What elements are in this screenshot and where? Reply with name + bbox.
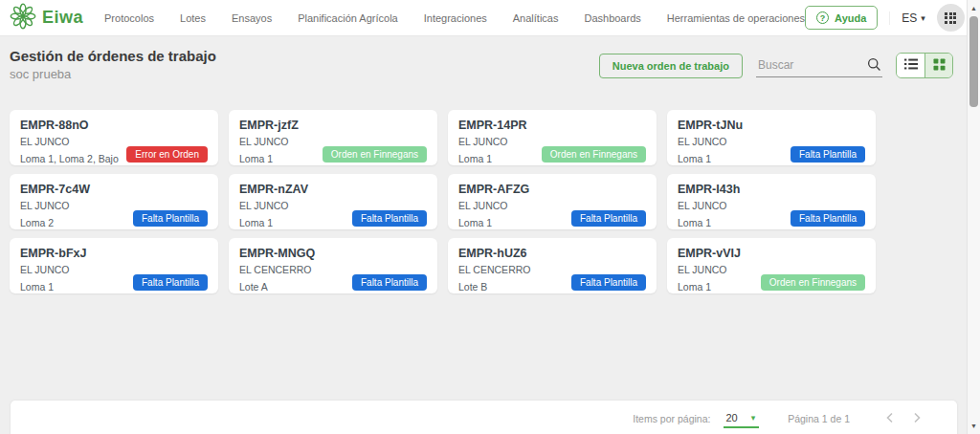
new-work-order-button[interactable]: Nueva orden de trabajo — [599, 54, 743, 78]
work-orders-grid: EMPR-88nO EL JUNCO Loma 1, Loma 2, Bajo … — [10, 110, 876, 293]
lot-names: Loma 1 — [20, 281, 54, 293]
vertical-scrollbar[interactable]: ▲ ▼ — [967, 0, 980, 434]
order-id: EMPR-bFxJ — [20, 247, 208, 260]
language-selector[interactable]: ES ▾ — [889, 11, 925, 25]
work-order-card[interactable]: EMPR-14PR EL JUNCO Loma 1 Orden en Finne… — [448, 110, 657, 165]
status-badge: Falta Plantilla — [133, 210, 208, 227]
search-input[interactable] — [756, 54, 882, 77]
help-button[interactable]: ? Ayuda — [805, 6, 878, 30]
nav-item-herramientas-operaciones[interactable]: Herramientas de operaciones — [667, 12, 805, 24]
language-code: ES — [902, 11, 917, 25]
work-order-card[interactable]: EMPR-hUZ6 EL CENCERRO Lote B Falta Plant… — [448, 238, 657, 293]
lot-names: Lote B — [458, 281, 487, 293]
top-navbar: Eiwa Protocolos Lotes Ensayos Planificac… — [0, 0, 967, 36]
order-id: EMPR-jzfZ — [239, 119, 427, 132]
status-badge: Falta Plantilla — [571, 210, 646, 227]
lot-names: Loma 1 — [458, 217, 492, 228]
help-label: Ayuda — [835, 12, 866, 24]
grid-view-icon — [932, 57, 947, 75]
work-order-card[interactable]: EMPR-vVIJ EL JUNCO Loma 1 Orden en Finne… — [667, 238, 876, 293]
scrollbar-up-icon[interactable]: ▲ — [968, 5, 980, 11]
status-badge: Falta Plantilla — [352, 210, 427, 227]
status-badge: Orden en Finnegans — [323, 146, 427, 163]
grid-view-button[interactable] — [924, 54, 952, 77]
eiwa-flower-icon — [10, 3, 36, 33]
lot-names: Loma 1, Loma 2, Bajo — [20, 153, 119, 164]
order-id: EMPR-MNGQ — [239, 247, 427, 260]
question-icon: ? — [816, 11, 829, 24]
lot-names: Loma 1 — [678, 217, 711, 228]
items-per-page-label: Items por página: — [633, 413, 710, 424]
work-order-card[interactable]: EMPR-nZAV EL JUNCO Loma 1 Falta Plantill… — [229, 174, 437, 229]
items-per-page-value: 20 — [725, 412, 737, 423]
lot-names: Lote A — [239, 281, 268, 293]
order-id: EMPR-7c4W — [20, 183, 208, 196]
lot-names: Loma 2 — [20, 217, 54, 228]
order-id: EMPR-AFZG — [458, 183, 646, 196]
brand-name: Eiwa — [42, 8, 83, 28]
nav-item-analiticas[interactable]: Analíticas — [513, 12, 559, 24]
page-header: Gestión de órdenes de trabajo soc prueba — [10, 48, 216, 81]
order-id: EMPR-vVIJ — [678, 247, 865, 260]
lot-names: Loma 1 — [239, 153, 273, 164]
brand-logo[interactable]: Eiwa — [10, 3, 83, 33]
status-badge: Falta Plantilla — [791, 146, 865, 163]
order-id: EMPR-tJNu — [678, 119, 865, 132]
work-order-card[interactable]: EMPR-tJNu EL JUNCO Loma 1 Falta Plantill… — [667, 110, 876, 165]
search-icon[interactable] — [866, 56, 882, 76]
page-title: Gestión de órdenes de trabajo — [10, 48, 216, 64]
nav-item-ensayos[interactable]: Ensayos — [232, 12, 272, 24]
items-per-page-select[interactable]: 20 ▾ — [724, 410, 759, 428]
apps-grid-icon — [945, 12, 956, 24]
status-badge: Orden en Finnegans — [761, 274, 865, 291]
work-order-card[interactable]: EMPR-MNGQ EL CENCERRO Lote A Falta Plant… — [229, 238, 437, 293]
order-id: EMPR-88nO — [20, 119, 208, 132]
work-order-card[interactable]: EMPR-7c4W EL JUNCO Loma 2 Falta Plantill… — [10, 174, 218, 229]
page-info: Página 1 de 1 — [788, 413, 850, 424]
search-box — [756, 54, 882, 77]
previous-page-button[interactable] — [877, 411, 903, 427]
scrollbar-down-icon[interactable]: ▼ — [968, 423, 980, 429]
status-badge: Orden en Finnegans — [542, 146, 646, 163]
status-badge: Falta Plantilla — [571, 274, 646, 291]
work-order-card[interactable]: EMPR-I43h EL JUNCO Loma 1 Falta Plantill… — [667, 174, 876, 229]
lot-names: Loma 1 — [678, 281, 711, 293]
view-toggle — [896, 53, 953, 78]
work-order-card[interactable]: EMPR-AFZG EL JUNCO Loma 1 Falta Plantill… — [448, 174, 657, 229]
work-order-card[interactable]: EMPR-88nO EL JUNCO Loma 1, Loma 2, Bajo … — [10, 110, 218, 165]
nav-item-dashboards[interactable]: Dashboards — [584, 12, 640, 24]
lot-names: Loma 1 — [239, 217, 273, 228]
order-id: EMPR-I43h — [678, 183, 865, 196]
nav-item-integraciones[interactable]: Integraciones — [424, 12, 487, 24]
order-id: EMPR-nZAV — [239, 183, 427, 196]
nav-item-lotes[interactable]: Lotes — [180, 12, 206, 24]
lot-names: Loma 1 — [678, 153, 711, 164]
list-view-button[interactable] — [897, 54, 924, 77]
next-page-button[interactable] — [903, 411, 930, 427]
list-view-icon — [903, 57, 919, 74]
lot-names: Loma 1 — [458, 153, 492, 164]
scrollbar-thumb[interactable] — [969, 16, 978, 107]
status-badge: Falta Plantilla — [352, 274, 427, 291]
nav-item-protocolos[interactable]: Protocolos — [104, 12, 154, 24]
apps-menu-button[interactable] — [937, 4, 965, 32]
status-badge: Falta Plantilla — [133, 274, 208, 291]
order-id: EMPR-hUZ6 — [458, 247, 646, 260]
header-actions: Nueva orden de trabajo — [599, 53, 953, 78]
status-badge: Error en Orden — [126, 146, 208, 163]
main-nav: Protocolos Lotes Ensayos Planificación A… — [104, 12, 805, 24]
chevron-down-icon: ▾ — [751, 413, 756, 423]
chevron-down-icon: ▾ — [921, 13, 925, 23]
order-id: EMPR-14PR — [458, 119, 646, 132]
nav-item-planificacion-agricola[interactable]: Planificación Agrícola — [298, 12, 398, 24]
work-order-card[interactable]: EMPR-bFxJ EL JUNCO Loma 1 Falta Plantill… — [10, 238, 218, 293]
status-badge: Falta Plantilla — [791, 210, 865, 227]
work-order-card[interactable]: EMPR-jzfZ EL JUNCO Loma 1 Orden en Finne… — [229, 110, 437, 165]
page-subtitle: soc prueba — [10, 67, 216, 81]
pagination-bar: Items por página: 20 ▾ Página 1 de 1 — [11, 401, 957, 434]
